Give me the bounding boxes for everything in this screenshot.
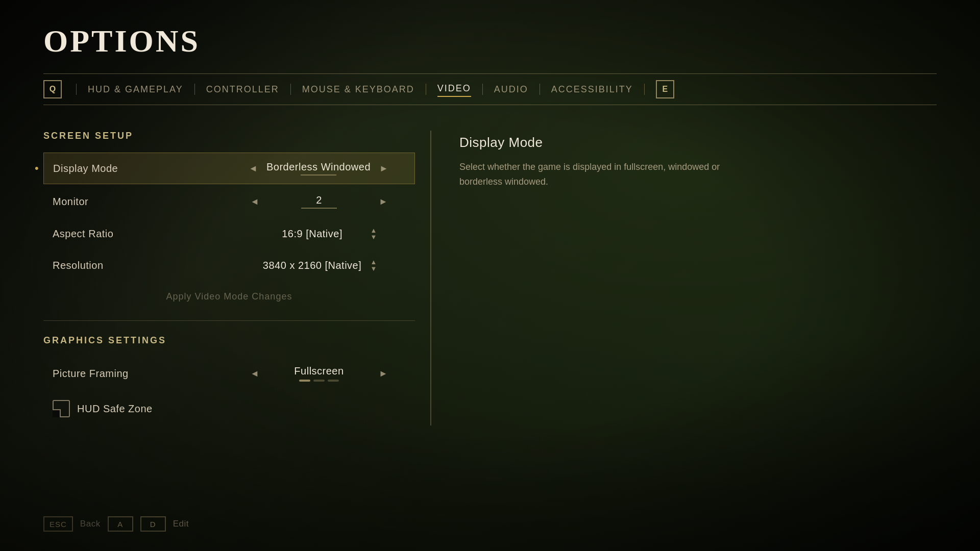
info-panel: Display Mode Select whether the game is … (431, 131, 937, 425)
display-mode-next[interactable]: ► (378, 163, 390, 174)
screen-setup-title: SCREEN SETUP (43, 131, 415, 141)
tab-controller[interactable]: CONTROLLER (206, 83, 279, 96)
display-mode-control: ◄ Borderless Windowed ► (232, 161, 405, 176)
dropdown-down-icon: ▼ (371, 234, 377, 240)
display-mode-row[interactable]: Display Mode ◄ Borderless Windowed ► (43, 153, 415, 184)
monitor-row[interactable]: Monitor ◄ 2 ► (43, 186, 415, 217)
nav-sep-6 (644, 84, 645, 95)
display-mode-prev[interactable]: ◄ (247, 163, 259, 174)
picture-framing-control: ◄ Fullscreen ► (232, 365, 406, 382)
nav-sep-3 (426, 84, 426, 95)
pf-dot-2 (313, 380, 325, 382)
tab-audio[interactable]: AUDIO (494, 83, 528, 96)
pf-dot-3 (328, 380, 339, 382)
tab-video[interactable]: VIDEO (437, 82, 471, 97)
nav-right-key[interactable]: E (656, 80, 674, 98)
resolution-label: Resolution (53, 260, 232, 271)
aspect-ratio-value: 16:9 [Native] (261, 228, 363, 240)
picture-framing-value: Fullscreen (268, 365, 370, 377)
picture-framing-prev[interactable]: ◄ (249, 368, 261, 379)
aspect-ratio-label: Aspect Ratio (53, 228, 232, 240)
picture-framing-row[interactable]: Picture Framing ◄ Fullscreen ► (43, 357, 415, 390)
apply-btn-row: Apply Video Mode Changes (43, 282, 415, 311)
display-mode-underline (301, 174, 336, 176)
aspect-ratio-row[interactable]: Aspect Ratio 16:9 [Native] ▲ ▼ (43, 219, 415, 248)
monitor-control: ◄ 2 ► (232, 194, 406, 209)
picture-framing-label: Picture Framing (53, 368, 232, 380)
nav-separator-left (76, 84, 77, 95)
pf-dot-1 (299, 380, 310, 382)
nav-sep-2 (290, 84, 291, 95)
monitor-next[interactable]: ► (377, 196, 389, 207)
resolution-row[interactable]: Resolution 3840 x 2160 [Native] ▲ ▼ (43, 251, 415, 280)
nav-left-key[interactable]: Q (43, 80, 62, 98)
resolution-dropdown-down-icon: ▼ (371, 265, 377, 272)
resolution-value: 3840 x 2160 [Native] (261, 260, 363, 271)
aspect-ratio-dropdown[interactable]: ▲ ▼ (371, 227, 377, 240)
hud-safe-zone-row[interactable]: HUD Safe Zone (43, 392, 415, 425)
picture-framing-value-wrap: Fullscreen (268, 365, 370, 382)
monitor-value: 2 (268, 194, 370, 206)
display-mode-label: Display Mode (53, 163, 232, 174)
info-title: Display Mode (459, 135, 937, 151)
display-mode-value: Borderless Windowed (266, 161, 371, 173)
tab-hud[interactable]: HUD & GAMEPLAY (88, 83, 183, 96)
aspect-ratio-control: 16:9 [Native] ▲ ▼ (232, 227, 406, 240)
picture-framing-next[interactable]: ► (377, 368, 389, 379)
monitor-underline (301, 208, 337, 209)
monitor-value-wrap: 2 (268, 194, 370, 209)
resolution-control: 3840 x 2160 [Native] ▲ ▼ (232, 259, 406, 272)
page-title: OPTIONS (43, 23, 937, 59)
display-mode-value-wrap: Borderless Windowed (266, 161, 371, 176)
nav-sep-4 (482, 84, 483, 95)
resolution-dropdown[interactable]: ▲ ▼ (371, 259, 377, 272)
apply-video-mode-btn[interactable]: Apply Video Mode Changes (43, 291, 415, 302)
graphics-settings-title: GRAPHICS SETTINGS (43, 335, 415, 346)
info-description: Select whether the game is displayed in … (459, 160, 725, 189)
monitor-label: Monitor (53, 196, 232, 208)
hud-safe-zone-icon (53, 400, 70, 417)
picture-framing-dots (268, 380, 370, 382)
nav-sep-1 (194, 84, 195, 95)
hud-safe-zone-label: HUD Safe Zone (77, 403, 406, 415)
tab-mouse[interactable]: MOUSE & KEYBOARD (302, 83, 414, 96)
monitor-prev[interactable]: ◄ (249, 196, 261, 207)
section-divider (43, 320, 415, 321)
nav-sep-5 (540, 84, 540, 95)
nav-bar: Q HUD & GAMEPLAY CONTROLLER MOUSE & KEYB… (43, 73, 937, 105)
tab-accessibility[interactable]: ACCESSIBILITY (551, 83, 633, 96)
settings-panel: SCREEN SETUP Display Mode ◄ Borderless W… (43, 131, 431, 425)
